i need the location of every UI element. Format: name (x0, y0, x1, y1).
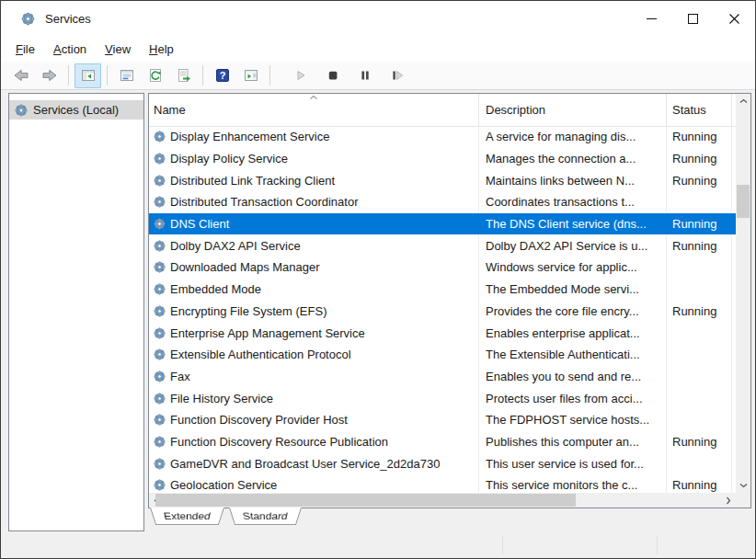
table-row[interactable]: Distributed Transaction Coordinator Coor… (149, 191, 736, 213)
back-button[interactable] (7, 63, 34, 88)
table-row[interactable]: Display Policy Service Manages the conne… (149, 148, 736, 170)
close-button[interactable] (714, 1, 755, 36)
help-button[interactable]: ? (209, 63, 235, 88)
scroll-up-icon[interactable] (736, 94, 750, 108)
show-action-pane-button[interactable] (237, 63, 264, 88)
service-description: Enables you to send and re... (479, 370, 667, 383)
service-name: Fax (170, 370, 190, 383)
menu-file[interactable]: File (6, 39, 44, 60)
table-row[interactable]: File History Service Protects user files… (149, 387, 736, 409)
console-tree-icon (81, 68, 96, 83)
service-description: Manages the connection a... (479, 152, 667, 165)
vertical-scrollbar[interactable] (736, 94, 750, 493)
services-list-panel: Name Description Status Display Enhancem… (148, 93, 751, 508)
table-row[interactable]: Dolby DAX2 API Service Dolby DAX2 API Se… (149, 234, 736, 257)
toolbar-separator (269, 65, 270, 86)
toolbar-separator (202, 65, 203, 86)
refresh-icon (148, 68, 163, 83)
service-name-cell: Fax (149, 370, 479, 383)
gear-icon (153, 478, 166, 492)
service-name-cell: GameDVR and Broadcast User Service_2d2da… (149, 457, 479, 471)
service-status: Running (667, 217, 732, 231)
tab-standard[interactable]: Standard (229, 508, 302, 525)
minimize-button[interactable] (631, 1, 672, 36)
status-bar-divider (657, 536, 658, 554)
maximize-button[interactable] (672, 1, 714, 36)
sidebar-item-label: Services (Local) (33, 103, 119, 117)
gear-icon (153, 152, 166, 165)
scroll-down-icon[interactable] (736, 478, 750, 493)
pause-service-button[interactable] (351, 63, 378, 88)
table-row[interactable]: Encrypting File System (EFS) Provides th… (149, 301, 736, 323)
service-name: Function Discovery Resource Publication (170, 435, 388, 449)
status-bar-divider (502, 536, 503, 554)
table-row[interactable]: Extensible Authentication Protocol The E… (149, 344, 736, 366)
table-row[interactable]: GameDVR and Broadcast User Service_2d2da… (149, 452, 736, 474)
forward-button[interactable] (36, 63, 63, 88)
toolbar-separator (107, 65, 108, 86)
services-app-icon (20, 11, 36, 27)
table-row[interactable]: Distributed Link Tracking Client Maintai… (149, 169, 736, 191)
pause-icon (358, 68, 372, 83)
column-header-description[interactable]: Description (479, 94, 667, 126)
toolbar: ? (1, 62, 755, 90)
menu-help[interactable]: Help (140, 39, 183, 60)
table-row[interactable]: Function Discovery Provider Host The FDP… (149, 409, 736, 431)
gear-icon (153, 304, 166, 318)
export-list-button[interactable] (170, 63, 197, 88)
services-window: Services File Action View Help (0, 0, 756, 559)
show-console-tree-button[interactable] (74, 63, 101, 88)
service-description: The Embedded Mode servi... (479, 282, 667, 296)
table-row[interactable]: Fax Enables you to send and re... (149, 366, 736, 388)
service-name: Display Policy Service (170, 152, 288, 165)
window-controls (631, 1, 755, 36)
menu-action[interactable]: Action (44, 39, 96, 60)
service-description: This user service is used for... (479, 457, 667, 471)
table-row[interactable]: Enterprise App Management Service Enable… (149, 322, 736, 344)
service-description: This service monitors the c... (479, 478, 667, 492)
sidebar-item-services-local[interactable]: Services (Local) (9, 100, 143, 120)
titlebar: Services (1, 1, 755, 36)
gear-icon (153, 195, 166, 209)
service-description: A service for managing dis... (479, 130, 667, 143)
table-row[interactable]: DNS Client The DNS Client service (dns..… (149, 213, 736, 235)
table-row[interactable]: Function Discovery Resource Publication … (149, 431, 736, 453)
start-service-button[interactable] (287, 63, 314, 88)
vertical-scrollbar-thumb[interactable] (737, 185, 750, 218)
service-name: Embedded Mode (170, 282, 261, 296)
list-header: Name Description Status (149, 94, 736, 127)
service-status: Running (667, 174, 732, 188)
start-icon (293, 68, 308, 83)
restart-service-button[interactable] (384, 63, 410, 88)
service-status: Running (667, 239, 732, 253)
service-description: Dolby DAX2 API Service is u... (479, 239, 667, 253)
scroll-right-icon[interactable] (721, 493, 736, 508)
gear-icon (153, 435, 166, 449)
refresh-button[interactable] (142, 63, 168, 88)
service-name-cell: Distributed Transaction Coordinator (149, 195, 479, 209)
stop-service-button[interactable] (319, 63, 346, 88)
sort-ascending-icon (310, 95, 318, 100)
service-name-cell: Distributed Link Tracking Client (149, 174, 479, 188)
table-row[interactable]: Geolocation Service This service monitor… (149, 474, 736, 493)
status-bar (1, 532, 755, 558)
column-header-name[interactable]: Name (149, 94, 479, 126)
table-row[interactable]: Embedded Mode The Embedded Mode servi... (149, 279, 736, 301)
service-name-cell: Geolocation Service (149, 478, 479, 492)
service-name-cell: Downloaded Maps Manager (149, 260, 479, 274)
table-row[interactable]: Downloaded Maps Manager Windows service … (149, 257, 736, 279)
service-name: Function Discovery Provider Host (170, 413, 348, 427)
table-row[interactable]: Display Enhancement Service A service fo… (149, 126, 736, 148)
gear-icon (153, 348, 166, 361)
back-icon (14, 68, 29, 83)
service-name-cell: Display Enhancement Service (149, 130, 479, 143)
service-name: Enterprise App Management Service (170, 326, 365, 340)
tab-extended[interactable]: Extended (150, 508, 224, 525)
horizontal-scrollbar[interactable] (149, 493, 736, 508)
minimize-icon (647, 18, 657, 19)
properties-button[interactable] (113, 63, 140, 88)
column-header-status[interactable]: Status (667, 94, 732, 126)
menu-view[interactable]: View (96, 39, 140, 60)
horizontal-scrollbar-thumb[interactable] (155, 494, 576, 507)
action-pane-icon (244, 68, 258, 83)
